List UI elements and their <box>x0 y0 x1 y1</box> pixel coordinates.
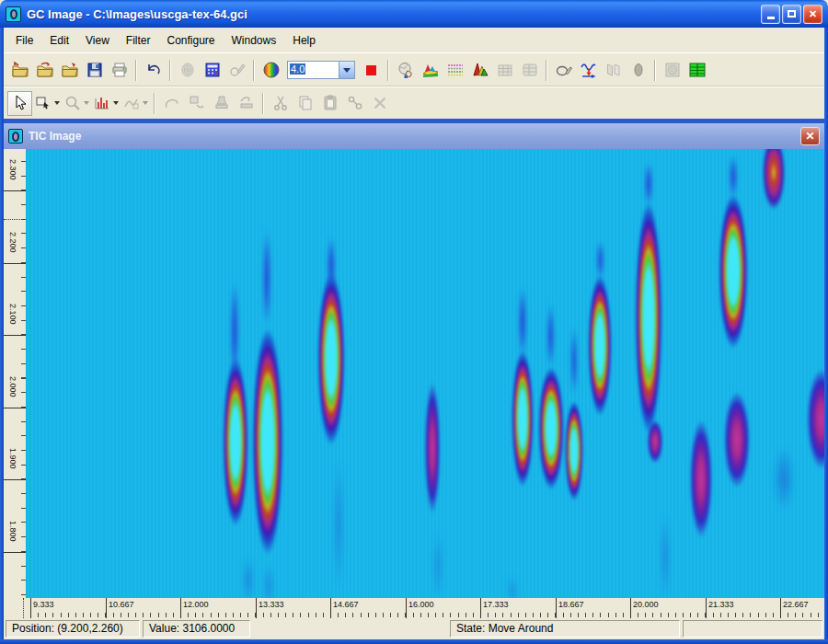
title-bar[interactable]: GC Image - C:\Images\uscga-tex-64.gci ✕ <box>0 0 828 28</box>
colorize-icon[interactable] <box>259 58 283 83</box>
peak-histogram-tool[interactable] <box>91 94 121 112</box>
peak-blob <box>762 149 786 212</box>
peak-blob <box>263 558 274 598</box>
x-tick-label: 18.667 <box>558 600 584 609</box>
menu-bar: FileEditViewFilterConfigureWindowsHelp <box>4 28 824 52</box>
open-file-folder-icon[interactable] <box>32 58 57 83</box>
peaks-3d-icon[interactable] <box>467 58 492 83</box>
tic-image-window: TIC Image ✕ 2.3002.2002.1002.0001.9001.8… <box>4 123 824 618</box>
minimize-button[interactable] <box>761 5 780 24</box>
x-tick-label: 14.667 <box>333 600 359 609</box>
save-icon[interactable] <box>82 58 107 83</box>
link-blobs-icon[interactable] <box>342 91 367 116</box>
compare-slides-icon[interactable] <box>601 58 626 83</box>
main-toolbar: 4.0 <box>4 52 824 86</box>
x-major-tick <box>30 598 31 618</box>
menu-help[interactable]: Help <box>284 30 324 51</box>
cut-icon[interactable] <box>268 91 293 116</box>
menu-configure[interactable]: Configure <box>159 30 224 51</box>
blob-ellipse-icon[interactable] <box>626 58 650 83</box>
copy-icon[interactable] <box>293 91 317 116</box>
y-tick-label: 2.100 <box>7 304 17 335</box>
y-major-tick <box>4 479 26 480</box>
tools-toolbar <box>4 86 824 119</box>
peak-blob <box>317 271 345 446</box>
surface-3d-icon[interactable] <box>418 58 443 83</box>
y-major-tick <box>4 190 26 191</box>
x-major-tick <box>330 598 331 618</box>
y-tick-label: 1.900 <box>7 448 17 479</box>
peak-blob <box>770 437 798 520</box>
x-tick-label: 22.667 <box>783 600 809 609</box>
x-tick-label: 9.333 <box>33 600 54 609</box>
multi-trace-icon[interactable] <box>443 58 467 83</box>
structure-image-icon[interactable] <box>660 58 684 83</box>
blob-table-icon[interactable] <box>517 58 542 83</box>
select-arrow-icon[interactable] <box>7 91 32 116</box>
transform-tool[interactable] <box>121 94 150 112</box>
print-icon[interactable] <box>107 58 132 83</box>
menu-view[interactable]: View <box>77 30 118 51</box>
status-bar: Position: (9.200,2.260) Value: 3106.0000… <box>4 618 824 639</box>
window-title: GC Image - C:\Images\uscga-tex-64.gci <box>27 7 761 21</box>
menu-file[interactable]: File <box>7 30 41 51</box>
status-position: Position: (9.200,2.260) <box>6 620 140 638</box>
peak-blob <box>570 317 578 405</box>
y-tick-label: 2.200 <box>7 232 17 263</box>
peak-blob <box>689 417 713 541</box>
chromatogram-export-icon[interactable] <box>576 58 601 83</box>
undo-icon[interactable] <box>141 58 166 83</box>
maximize-button[interactable] <box>782 5 801 24</box>
tic-window-icon <box>8 129 23 144</box>
open-image-folder-icon[interactable] <box>7 58 32 83</box>
paste-icon[interactable] <box>317 91 342 116</box>
x-axis-ruler: 9.33310.66712.00013.33314.66716.00017.33… <box>26 598 824 618</box>
x-tick-label: 13.333 <box>259 600 284 609</box>
window-bottom-border <box>0 639 828 644</box>
x-major-tick <box>406 598 407 618</box>
menu-edit[interactable]: Edit <box>41 30 77 51</box>
peak-blob <box>242 550 255 599</box>
compute-grid-icon[interactable] <box>200 58 224 83</box>
peak-blob <box>333 442 344 598</box>
pan-zoom-hand-icon[interactable] <box>393 58 418 83</box>
y-major-tick <box>4 263 26 264</box>
stamp-icon[interactable] <box>209 91 234 116</box>
peak-blob <box>433 523 443 599</box>
peak-blob <box>223 357 248 527</box>
window-left-border <box>0 28 4 644</box>
menu-filter[interactable]: Filter <box>118 30 159 51</box>
stamp-undo-icon[interactable] <box>234 91 259 116</box>
magnify-tool[interactable] <box>62 94 91 112</box>
status-state: State: Move Around <box>450 620 680 638</box>
save-as-folder-icon[interactable] <box>57 58 82 83</box>
data-table-icon[interactable] <box>492 58 517 83</box>
y-major-tick <box>4 408 26 408</box>
heatmap-image[interactable] <box>26 149 824 598</box>
copy-blob-icon[interactable] <box>184 91 209 116</box>
ruler-corner <box>4 598 26 618</box>
menu-windows[interactable]: Windows <box>224 30 285 51</box>
peak-blob <box>508 572 517 598</box>
green-grid-icon[interactable] <box>684 58 709 83</box>
delete-icon[interactable] <box>367 91 392 116</box>
tic-close-button[interactable]: ✕ <box>800 127 820 145</box>
chevron-down-icon[interactable] <box>339 62 354 78</box>
tic-title-bar[interactable]: TIC Image ✕ <box>4 123 824 149</box>
x-tick-label: 20.000 <box>633 600 659 609</box>
y-major-tick <box>4 552 26 553</box>
peak-blob <box>660 501 671 598</box>
application-window: GC Image - C:\Images\uscga-tex-64.gci ✕ … <box>0 0 828 644</box>
zoom-level-combobox[interactable]: 4.0 <box>287 61 355 79</box>
fingerprint-icon[interactable] <box>175 58 200 83</box>
annotate-pen-icon[interactable] <box>224 58 249 83</box>
y-tick-label: 2.300 <box>7 159 17 190</box>
close-button[interactable]: ✕ <box>803 5 822 24</box>
y-major-tick <box>4 335 26 336</box>
red-swatch-icon[interactable] <box>359 58 384 83</box>
draw-blob-icon[interactable] <box>159 91 184 116</box>
peak-blob <box>647 419 663 465</box>
blob-outline-pen-icon[interactable] <box>551 58 576 83</box>
peak-blob <box>538 366 564 490</box>
region-select-tool[interactable] <box>32 94 62 112</box>
